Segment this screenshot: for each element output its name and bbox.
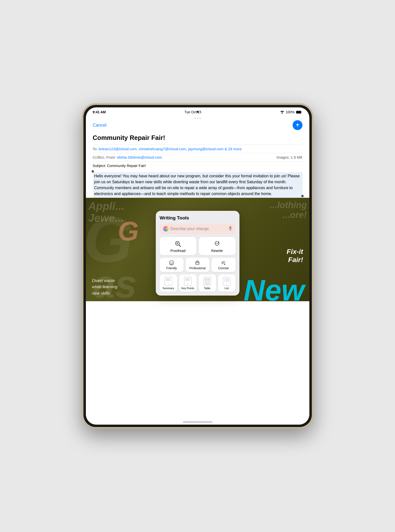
table-label: Table <box>204 287 210 290</box>
proofread-button[interactable]: Proofread <box>160 237 196 255</box>
list-doc-icon: ↓ <box>223 277 230 286</box>
writing-tools-popup: Writing Tools Describe your change <box>156 211 239 296</box>
writing-tools-medium-row: Friendly Professional <box>160 258 236 272</box>
svg-rect-3 <box>230 226 231 229</box>
table-button[interactable]: ↓ Table <box>199 274 216 292</box>
writing-tools-small-row: ↓ Summary ↓ Key Points <box>160 274 236 292</box>
writing-tools-title: Writing Tools <box>160 215 236 221</box>
rewrite-icon <box>214 240 221 247</box>
concise-label: Concise <box>218 266 229 270</box>
table-doc-icon: ↓ <box>204 277 211 286</box>
apple-intelligence-icon <box>163 226 169 232</box>
list-label: List <box>224 287 229 290</box>
decor-swirl: G <box>118 217 139 245</box>
friendly-button[interactable]: Friendly <box>160 258 184 272</box>
writing-tools-large-row: Proofread Rewrite <box>160 237 236 255</box>
friendly-label: Friendly <box>166 266 177 270</box>
mail-body-area[interactable]: Hello everyone! You may have heard about… <box>93 170 302 198</box>
keypoints-label: Key Points <box>181 287 194 290</box>
decor-clothing: ...lothing...ore! <box>270 200 307 220</box>
to-label: To: <box>93 147 98 151</box>
mail-top-bar: Cancel <box>93 119 302 133</box>
status-time: 9:41 AM <box>93 110 106 114</box>
decor-new: New <box>244 275 304 301</box>
search-placeholder-text: Describe your change <box>171 227 227 231</box>
dot-2 <box>197 118 198 119</box>
wifi-icon <box>280 111 284 114</box>
summary-button[interactable]: ↓ Summary <box>160 274 177 292</box>
svg-point-14 <box>172 262 173 263</box>
ipad-device: 9:41 AM Tue Oct 15 100% <box>82 103 313 429</box>
to-recipients: britran123@icloud.com, christinehuang7@i… <box>99 147 242 151</box>
mail-subject-title: Community Repair Fair! <box>93 134 302 142</box>
svg-line-7 <box>179 245 181 247</box>
cc-label: Cc/Bcc, From: elisha.StDenis@icloud.com <box>93 155 162 159</box>
status-right-icons: 100% <box>280 110 302 114</box>
battery-icon <box>296 111 302 114</box>
dot-3 <box>199 118 201 119</box>
fix-it-text: Fix-itFair! <box>287 248 303 264</box>
divert-text: Divert wastewhile learningnew skills <box>92 278 118 297</box>
writing-tools-search-bar[interactable]: Describe your change <box>160 224 236 234</box>
selection-handle-right <box>301 195 304 197</box>
svg-point-0 <box>282 113 283 114</box>
list-button[interactable]: ↓ List <box>218 274 236 292</box>
ipad-screen: 9:41 AM Tue Oct 15 100% <box>86 107 309 425</box>
rewrite-label: Rewrite <box>211 249 223 253</box>
subject-label: Subject: <box>93 164 106 168</box>
dots-indicator <box>194 118 201 119</box>
summary-label: Summary <box>162 287 174 290</box>
microphone-icon[interactable] <box>229 226 232 232</box>
professional-button[interactable]: Professional <box>186 258 209 272</box>
concise-button[interactable]: Concise <box>211 258 235 272</box>
status-bar: 9:41 AM Tue Oct 15 100% <box>86 107 309 117</box>
friendly-icon <box>169 260 174 266</box>
professional-icon <box>195 260 200 266</box>
mail-body-text[interactable]: Hello everyone! You may have heard about… <box>93 172 302 198</box>
keypoints-doc-icon: ↓ <box>184 277 191 286</box>
attachment-size: Images: 1.9 MB <box>276 155 302 159</box>
subject-value: Community Repair Fair! <box>107 164 146 168</box>
cancel-button[interactable]: Cancel <box>93 123 107 128</box>
svg-rect-15 <box>196 262 199 265</box>
concise-icon <box>221 260 226 266</box>
proofread-label: Proofread <box>170 249 185 253</box>
svg-rect-2 <box>296 111 301 113</box>
svg-point-12 <box>169 261 174 265</box>
status-date: Tue Oct 15 <box>184 110 201 114</box>
mail-to-field[interactable]: To: britran123@icloud.com, christinehuan… <box>93 145 302 153</box>
professional-label: Professional <box>189 266 205 270</box>
keypoints-button[interactable]: ↓ Key Points <box>179 274 197 292</box>
proofread-icon <box>174 240 181 247</box>
dot-1 <box>194 118 196 119</box>
rewrite-button[interactable]: Rewrite <box>199 237 236 255</box>
home-indicator <box>183 421 212 423</box>
from-email: elisha.StDenis@icloud.com <box>117 155 162 159</box>
mail-cc-field[interactable]: Cc/Bcc, From: elisha.StDenis@icloud.com … <box>93 153 302 161</box>
svg-point-13 <box>171 262 171 263</box>
summary-doc-icon: ↓ <box>165 277 172 286</box>
battery-percentage: 100% <box>286 110 295 114</box>
mail-subject-field[interactable]: Subject: Community Repair Fair! <box>93 161 302 170</box>
send-button[interactable] <box>293 120 302 130</box>
